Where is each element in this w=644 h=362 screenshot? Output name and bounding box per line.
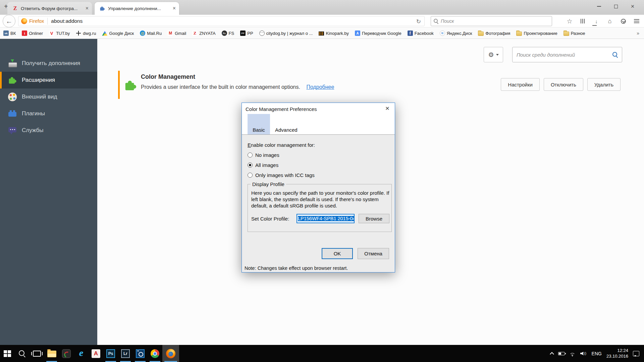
taskbar-taskview-button[interactable] <box>30 345 44 362</box>
bookmark-item[interactable]: PPPP <box>240 31 253 36</box>
tab-close-icon[interactable]: × <box>173 6 176 11</box>
taskbar-clock[interactable]: 12:24 23.10.2016 <box>606 348 628 359</box>
sidebar-item-extensions[interactable]: Расширения <box>0 72 97 88</box>
taskbar-photoshop-button[interactable]: Ps <box>103 345 118 362</box>
remove-button[interactable]: Удалить <box>587 78 621 91</box>
tray-chevron-icon[interactable] <box>550 352 554 356</box>
menu-icon[interactable] <box>633 18 640 24</box>
bookmark-item[interactable]: VTUT.by <box>49 31 70 36</box>
bookmark-label: Яндекс.Диск <box>447 31 472 36</box>
bookmark-item[interactable]: Kinopark.by <box>319 31 349 36</box>
downloads-icon[interactable]: ↓ <box>593 18 600 24</box>
browser-search-input[interactable] <box>441 18 549 24</box>
more-link[interactable]: Подробнее <box>306 84 334 90</box>
dialog-close-icon[interactable]: × <box>383 104 391 112</box>
browse-button[interactable]: Browse <box>359 214 389 223</box>
url-bar[interactable]: Firefox about:addons ↻ <box>18 16 425 26</box>
firefox-icon <box>166 349 175 358</box>
language-indicator[interactable]: ENG <box>592 351 602 356</box>
site-identity[interactable]: Firefox <box>21 18 44 24</box>
bookmark-star-icon[interactable]: ☆ <box>566 18 573 24</box>
addons-search-input[interactable] <box>517 52 612 58</box>
bookmark-label: Фотография <box>485 31 510 36</box>
bookmark-item[interactable]: Разное <box>564 31 585 36</box>
taskbar-explorer-button[interactable] <box>44 345 59 362</box>
wifi-icon[interactable] <box>570 351 576 356</box>
folder-favicon-icon <box>564 32 569 36</box>
browser-tab[interactable]: Управление дополнени...× <box>95 2 179 15</box>
cancel-button[interactable]: Отмена <box>358 248 389 259</box>
taskbar-camera-button[interactable] <box>133 345 148 362</box>
radio-unchecked-icon[interactable] <box>248 173 253 178</box>
tab-advanced[interactable]: Advanced <box>275 127 298 133</box>
bookmark-item[interactable]: FsFS <box>222 31 234 36</box>
ok-button[interactable]: OK <box>322 248 353 259</box>
bookmark-label: Проектирование <box>524 31 557 36</box>
bookmark-item[interactable]: dwg.ru <box>76 31 96 36</box>
sidebar-item-get[interactable]: Получить дополнения <box>0 55 97 72</box>
sidebar-item-services[interactable]: Службы <box>0 122 97 139</box>
browser-tab[interactable]: ZОтветить Форум фотогра...× <box>7 2 92 15</box>
maximize-icon[interactable] <box>613 4 619 9</box>
bookmark-item[interactable]: fFacebook <box>408 31 434 36</box>
volume-icon[interactable] <box>580 351 587 356</box>
gauge-icon <box>62 349 71 358</box>
bookmark-item[interactable]: ≈Яндекс.Диск <box>440 31 472 36</box>
radio-checked-icon[interactable] <box>248 163 253 168</box>
bookmark-item[interactable]: MGmail <box>168 31 186 36</box>
sidebar-item-appearance[interactable]: Внешний вид <box>0 88 97 105</box>
radio-label: No images <box>255 152 279 158</box>
radio-option-1[interactable]: All images <box>248 162 278 168</box>
reload-icon[interactable]: ↻ <box>416 16 421 26</box>
groupbox-description: Here you can specify the path to your mo… <box>251 190 390 209</box>
tab-close-icon[interactable]: × <box>86 6 89 11</box>
taskbar-ie-button[interactable]: e <box>74 345 89 362</box>
bookmark-item[interactable]: iOnliner <box>22 31 43 36</box>
bookmark-item[interactable]: Google Диск <box>102 31 134 36</box>
addons-search-box[interactable] <box>512 47 622 62</box>
sidebar-item-plugins[interactable]: Плагины <box>0 105 97 122</box>
url-text[interactable]: about:addons <box>51 18 83 24</box>
bookmark-item[interactable]: AПереводчик Google <box>355 31 401 36</box>
taskbar-chrome-button[interactable] <box>148 345 162 362</box>
minimize-icon[interactable] <box>596 4 602 9</box>
close-window-icon[interactable]: × <box>630 4 635 9</box>
disable-button[interactable]: Отключить <box>544 78 583 91</box>
bookmark-item[interactable]: @Mail.Ru <box>140 31 162 36</box>
home-icon[interactable]: ⌂ <box>606 18 613 24</box>
vk-favicon-icon: vk <box>3 31 9 36</box>
bookmark-label: PP <box>247 31 253 36</box>
explorer-icon <box>47 351 56 357</box>
taskbar-search-button[interactable] <box>15 345 30 362</box>
bookmark-item[interactable]: ZZNYATA <box>192 31 215 36</box>
settings-button[interactable]: Настройки <box>501 78 540 91</box>
bookmark-label: Kinopark.by <box>326 31 349 36</box>
taskbar-firefox-button[interactable] <box>162 345 179 362</box>
battery-icon[interactable] <box>558 352 565 355</box>
taskbar-autocad-button[interactable]: A <box>89 345 103 362</box>
dialog-body: Enable color management for: Display Pro… <box>242 134 395 272</box>
get-icon <box>8 59 17 68</box>
tab-basic[interactable]: Basic <box>248 114 270 134</box>
radio-option-2[interactable]: Only images with ICC tags <box>248 172 315 178</box>
radio-unchecked-icon[interactable] <box>248 153 253 158</box>
tools-for-addons-button[interactable]: ⚙ <box>484 47 503 62</box>
back-button[interactable]: ← <box>3 15 15 27</box>
library-icon[interactable] <box>580 18 586 24</box>
display-profile-groupbox: Display Profile Here you can specify the… <box>248 184 392 232</box>
bookmark-item[interactable]: Фотография <box>478 31 510 36</box>
bookmark-item[interactable]: Проектирование <box>516 31 557 36</box>
bookmark-label: ВК <box>10 31 16 36</box>
taskbar-lightroom-button[interactable]: Lr <box>118 345 133 362</box>
action-center-icon[interactable] <box>633 351 639 356</box>
taskbar-gauge-button[interactable] <box>59 345 74 362</box>
browser-search-box[interactable] <box>431 16 552 26</box>
bookmark-item[interactable]: vkВК <box>3 31 16 36</box>
radio-option-0[interactable]: No images <box>248 152 279 158</box>
addons-search-icon[interactable] <box>612 52 618 57</box>
taskbar-start-button[interactable] <box>0 345 15 362</box>
color-profile-input[interactable]: LP156WF4-SPB1 2015-04 <box>297 214 355 223</box>
bookmarks-overflow-chevron[interactable]: » <box>637 31 641 36</box>
pocket-icon[interactable] <box>620 18 627 24</box>
bookmark-item[interactable]: citydog.by | журнал о ... <box>259 31 313 36</box>
